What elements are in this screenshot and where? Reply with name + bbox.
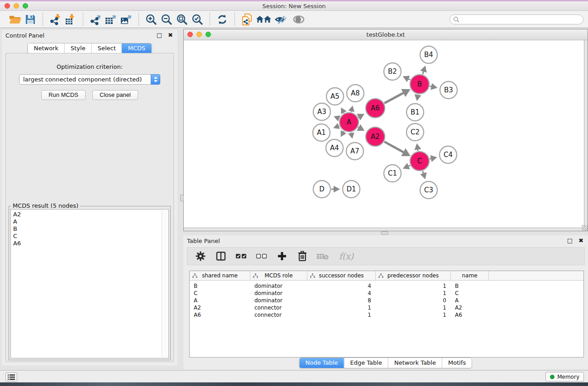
select-all-columns-button[interactable]: [234, 249, 248, 263]
table-cell[interactable]: dominator: [250, 283, 307, 289]
edge-B-B1[interactable]: [415, 94, 421, 101]
window-resize-grip[interactable]: [582, 225, 588, 231]
node-C4[interactable]: C4: [440, 146, 457, 163]
node-A4[interactable]: A4: [326, 139, 343, 157]
zoom-window-button[interactable]: [23, 3, 28, 9]
clone-network-button[interactable]: [239, 12, 255, 27]
edge-B-B3[interactable]: [430, 83, 438, 90]
node-A[interactable]: A: [339, 113, 359, 132]
node-D[interactable]: D: [313, 181, 330, 198]
vertical-splitter-handle[interactable]: [180, 195, 184, 201]
table-row[interactable]: Adominator80A: [190, 297, 583, 304]
mcds-result-list[interactable]: A2ABCA6: [10, 209, 169, 358]
birdseye-view-button[interactable]: [291, 12, 306, 27]
node-C3[interactable]: C3: [420, 181, 437, 199]
run-mcds-button[interactable]: Run MCDS: [41, 90, 86, 100]
deselect-all-columns-button[interactable]: [255, 249, 268, 263]
export-network-button[interactable]: [88, 12, 103, 27]
edge-C-C1[interactable]: [403, 163, 410, 169]
tab-mcds[interactable]: MCDS: [122, 43, 152, 53]
delete-column-button[interactable]: [296, 249, 309, 263]
zoom-network-button[interactable]: [206, 32, 211, 37]
tab-network-table[interactable]: Network Table: [388, 358, 442, 368]
table-cell[interactable]: 4: [307, 283, 376, 289]
minimize-network-button[interactable]: [196, 32, 202, 37]
table-cell[interactable]: A6: [451, 312, 489, 318]
column-header-predecessor-nodes[interactable]: predecessor nodes: [376, 271, 451, 280]
float-panel-icon[interactable]: □: [157, 32, 162, 38]
import-network-button[interactable]: [48, 12, 63, 27]
show-column-panel-button[interactable]: [214, 249, 228, 263]
node-B3[interactable]: B3: [440, 81, 457, 99]
tab-edge-table[interactable]: Edge Table: [344, 358, 387, 368]
node-A6[interactable]: A6: [366, 99, 385, 118]
table-cell[interactable]: C: [190, 290, 250, 296]
column-header-name[interactable]: name: [451, 271, 489, 280]
export-image-button[interactable]: [119, 12, 134, 27]
node-B1[interactable]: B1: [406, 104, 424, 121]
table-cell[interactable]: A2: [190, 305, 250, 311]
network-graph[interactable]: B4B2BB3A5A8A6B1A3AA1C2A2A4A7C4CC1C3DD1: [187, 40, 584, 228]
node-C2[interactable]: C2: [406, 124, 424, 141]
table-cell[interactable]: dominator: [250, 297, 307, 304]
table-cell[interactable]: A: [451, 297, 489, 304]
node-A7[interactable]: A7: [346, 143, 363, 160]
table-cell[interactable]: A2: [451, 305, 489, 311]
node-A3[interactable]: A3: [313, 103, 330, 120]
column-header-MCDS-role[interactable]: MCDS role: [250, 271, 307, 280]
networks-overview-button[interactable]: [255, 12, 273, 27]
result-list-item[interactable]: A: [13, 218, 168, 225]
node-A8[interactable]: A8: [347, 85, 364, 102]
table-cell[interactable]: 1: [376, 283, 451, 289]
network-canvas[interactable]: B4B2BB3A5A8A6B1A3AA1C2A2A4A7C4CC1C3DD1: [184, 40, 584, 228]
close-window-button[interactable]: [5, 3, 10, 9]
table-cell[interactable]: 1: [376, 290, 451, 296]
zoom-in-button[interactable]: [143, 12, 159, 27]
table-cell[interactable]: C: [451, 290, 489, 296]
network-window-titlebar[interactable]: testGlobe.txt: [184, 29, 588, 40]
table-cell[interactable]: dominator: [250, 290, 307, 296]
tab-select[interactable]: Select: [91, 43, 122, 53]
refresh-button[interactable]: [215, 12, 230, 27]
minimize-window-button[interactable]: [14, 3, 19, 9]
table-cell[interactable]: connector: [250, 305, 307, 311]
tab-node-table[interactable]: Node Table: [300, 358, 344, 368]
node-A2[interactable]: A2: [366, 127, 385, 146]
result-list-item[interactable]: C: [13, 233, 168, 240]
table-cell[interactable]: 4: [307, 290, 376, 296]
table-cell[interactable]: B: [451, 283, 489, 289]
close-panel-button[interactable]: Close panel: [92, 90, 138, 100]
memory-button[interactable]: Memory: [545, 372, 584, 381]
hide-details-button[interactable]: [273, 12, 288, 27]
edge-B-B4[interactable]: [420, 66, 427, 74]
table-cell[interactable]: 1: [376, 312, 451, 318]
table-cell[interactable]: 1: [307, 305, 376, 311]
table-cell[interactable]: 1: [376, 305, 451, 311]
node-A5[interactable]: A5: [326, 88, 344, 105]
node-C1[interactable]: C1: [384, 165, 401, 182]
result-list-item[interactable]: A2: [13, 211, 168, 218]
column-header-successor-nodes[interactable]: successor nodes: [307, 271, 376, 280]
table-settings-button[interactable]: [194, 249, 207, 263]
table-cell[interactable]: connector: [250, 312, 307, 318]
import-table-button[interactable]: [63, 12, 78, 27]
zoom-selected-button[interactable]: [190, 12, 205, 27]
table-row[interactable]: A6connector11A6: [190, 311, 583, 319]
node-D1[interactable]: D1: [343, 181, 360, 198]
open-session-button[interactable]: [7, 12, 23, 27]
table-row[interactable]: Cdominator41C: [190, 290, 583, 297]
criterion-dropdown[interactable]: largest connected component (directed): [19, 74, 160, 85]
zoom-out-button[interactable]: [159, 12, 174, 27]
node-B2[interactable]: B2: [384, 63, 401, 80]
edge-A2-C[interactable]: [384, 142, 411, 156]
tab-style[interactable]: Style: [64, 43, 91, 53]
close-panel-icon[interactable]: ✖: [578, 237, 583, 244]
node-A1[interactable]: A1: [313, 124, 330, 141]
create-column-button[interactable]: [275, 249, 289, 263]
search-input[interactable]: [459, 15, 583, 24]
table-cell[interactable]: 0: [376, 297, 451, 304]
node-C[interactable]: C: [410, 152, 429, 171]
table-cell[interactable]: 1: [307, 312, 376, 318]
tab-motifs[interactable]: Motifs: [442, 358, 472, 368]
horizontal-splitter-handle[interactable]: [381, 231, 388, 235]
